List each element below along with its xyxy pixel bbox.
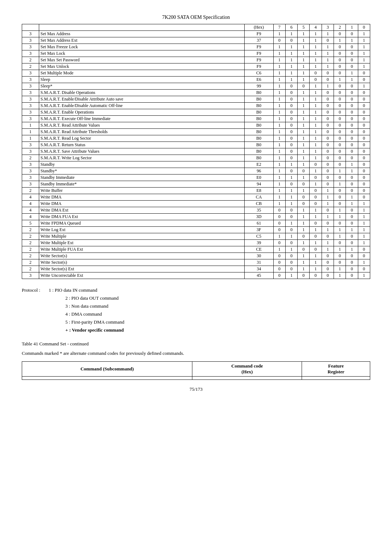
row-bit-0: 0: [358, 175, 370, 181]
row-bit-3: 1: [322, 214, 334, 220]
row-bit-6: 0: [285, 227, 297, 233]
row-cmd: Set Max Address: [39, 31, 244, 37]
col-header-bit1: 1: [346, 24, 358, 31]
row-num: 3: [22, 109, 39, 116]
row-cmd: S.M.A.R.T. Save Attribute Values: [39, 148, 244, 155]
row-num: 1: [22, 122, 39, 129]
row-bit-5: 1: [298, 188, 310, 194]
row-bit-5: 1: [298, 90, 310, 96]
row-bit-0: 0: [358, 253, 370, 259]
table-row: 2Write BufferE811101000: [22, 188, 370, 194]
row-bit-0: 0: [358, 266, 370, 272]
row-hex: B0: [244, 96, 273, 103]
table-row: 3SleepE611100110: [22, 77, 370, 83]
row-hex: 34: [244, 266, 273, 272]
row-hex: 37: [244, 37, 273, 44]
row-bit-4: 1: [310, 148, 322, 155]
row-bit-5: 1: [298, 63, 310, 70]
protocol-section: Protocol : 1 : PIO data IN command 2 : P…: [22, 286, 370, 335]
row-num: 3: [22, 90, 39, 96]
row-bit-1: 1: [346, 37, 358, 44]
row-num: 3: [22, 116, 39, 122]
row-cmd: S.M.A.R.T. Disable Operations: [39, 90, 244, 96]
table-row: 5Write FPDMA Queued6101100001: [22, 220, 370, 227]
row-bit-1: 0: [346, 181, 358, 188]
row-bit-1: 0: [346, 188, 358, 194]
row-bit-3: 1: [322, 201, 334, 207]
row-bit-4: 1: [310, 168, 322, 175]
row-bit-6: 0: [285, 168, 297, 175]
row-num: 3: [22, 31, 39, 37]
row-num: 3: [22, 83, 39, 90]
row-bit-5: 1: [298, 70, 310, 77]
table-row: 3Write Uncorrectable Ext4501000101: [22, 272, 370, 279]
row-bit-3: 0: [322, 266, 334, 272]
protocol-item-plus: + : Vendor specific command: [65, 326, 370, 334]
row-bit-6: 1: [285, 44, 297, 50]
table-row: 3S.M.A.R.T. Enable/Disable Attribute Aut…: [22, 96, 370, 103]
row-bit-0: 1: [358, 207, 370, 214]
row-hex: B0: [244, 142, 273, 148]
row-bit-6: 0: [285, 83, 297, 90]
table-row: 2Write Sector(s) Ext3400110100: [22, 266, 370, 272]
row-cmd: Write Multiple FUA Ext: [39, 246, 244, 253]
bottom-row-feature: [302, 376, 370, 379]
row-bit-4: 1: [310, 253, 322, 259]
row-hex: CE: [244, 246, 273, 253]
protocol-item-4: 4 : DMA command: [65, 310, 370, 318]
table-row: 2Write Log Ext3F00111111: [22, 227, 370, 233]
row-bit-4: 0: [310, 175, 322, 181]
row-bit-1: 0: [346, 253, 358, 259]
table-row: 3S.M.A.R.T. Enable/Disable Automatic Off…: [22, 103, 370, 109]
table-row: 4Write DMACA11001010: [22, 194, 370, 201]
row-bit-4: 1: [310, 109, 322, 116]
row-hex: C6: [244, 70, 273, 77]
row-bit-4: 0: [310, 188, 322, 194]
row-num: 2: [22, 188, 39, 194]
row-bit-5: 0: [298, 272, 310, 279]
row-bit-2: 1: [334, 227, 346, 233]
row-bit-4: 1: [310, 240, 322, 246]
row-bit-6: 0: [285, 207, 297, 214]
row-bit-6: 0: [285, 109, 297, 116]
row-num: 3: [22, 44, 39, 50]
row-bit-0: 0: [358, 77, 370, 83]
row-hex: B0: [244, 122, 273, 129]
row-bit-0: 1: [358, 63, 370, 70]
row-bit-4: 1: [310, 44, 322, 50]
row-bit-3: 0: [322, 181, 334, 188]
row-cmd: Standby*: [39, 168, 244, 175]
row-bit-3: 0: [322, 70, 334, 77]
row-cmd: S.M.A.R.T. Read Log Sector: [39, 135, 244, 142]
row-bit-3: 1: [322, 246, 334, 253]
table-row: 3Set Max Address Ext3700110111: [22, 37, 370, 44]
row-bit-1: 1: [346, 168, 358, 175]
row-bit-2: 0: [334, 220, 346, 227]
row-bit-6: 1: [285, 175, 297, 181]
page-title: 7K200 SATA OEM Specification: [22, 15, 370, 20]
row-bit-1: 0: [346, 31, 358, 37]
row-bit-0: 1: [358, 57, 370, 63]
row-bit-2: 0: [334, 116, 346, 122]
table-row: 3Standby*9610010110: [22, 168, 370, 175]
row-bit-7: 1: [273, 168, 285, 175]
row-hex: C5: [244, 233, 273, 240]
row-cmd: S.M.A.R.T. Execute Off-line Immediate: [39, 116, 244, 122]
row-num: 3: [22, 77, 39, 83]
row-num: 2: [22, 233, 39, 240]
row-num: 1: [22, 129, 39, 135]
row-bit-0: 0: [358, 194, 370, 201]
row-bit-7: 1: [273, 246, 285, 253]
row-bit-3: 1: [322, 194, 334, 201]
row-bit-2: 0: [334, 90, 346, 96]
row-bit-6: 1: [285, 194, 297, 201]
row-bit-1: 1: [346, 227, 358, 233]
row-bit-7: 1: [273, 201, 285, 207]
row-bit-0: 1: [358, 272, 370, 279]
row-bit-0: 0: [358, 155, 370, 161]
row-cmd: Set Max Address Ext: [39, 37, 244, 44]
row-bit-0: 0: [358, 161, 370, 168]
row-hex: E8: [244, 188, 273, 194]
row-bit-6: 0: [285, 142, 297, 148]
row-bit-3: 0: [322, 272, 334, 279]
